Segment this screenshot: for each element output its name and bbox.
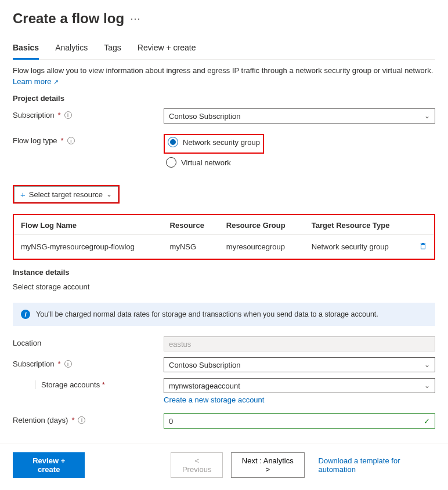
radio-icon	[166, 157, 176, 168]
download-template-link[interactable]: Download a template for automation	[319, 456, 435, 474]
subscription2-select[interactable]: Contoso Subscription ⌄	[164, 357, 435, 372]
select-target-resource-button[interactable]: + Select target resource ⌄	[14, 186, 118, 202]
required-icon: *	[102, 380, 105, 389]
radio-icon	[168, 137, 178, 147]
subscription-select[interactable]: Contoso Subscription ⌄	[164, 108, 435, 124]
radio-vnet-label: Virtual network	[181, 158, 231, 167]
next-button[interactable]: Next : Analytics >	[231, 452, 305, 478]
label-flow-log-type: Flow log type	[13, 136, 57, 145]
external-link-icon: ↗	[53, 78, 59, 85]
retention-input[interactable]: 0 ✓	[164, 413, 435, 429]
select-target-label: Select target resource	[29, 190, 103, 199]
chevron-down-icon: ⌄	[424, 382, 430, 390]
chevron-down-icon: ⌄	[106, 190, 112, 198]
radio-vnet[interactable]: Virtual network	[164, 156, 435, 169]
tab-tags[interactable]: Tags	[104, 43, 121, 59]
cell-group: myresourcegroup	[219, 235, 305, 259]
info-icon[interactable]: i	[67, 137, 75, 144]
col-resource: Resource	[163, 215, 219, 235]
tab-review-create[interactable]: Review + create	[138, 43, 196, 59]
section-project-details: Project details	[13, 94, 435, 103]
location-field: eastus	[164, 336, 435, 351]
table-row: myNSG-myresourcegroup-flowlog myNSG myre…	[14, 235, 434, 259]
footer: Review + create < Previous Next : Analyt…	[0, 444, 448, 486]
review-create-button[interactable]: Review + create	[13, 452, 85, 478]
plus-icon: +	[20, 190, 26, 199]
section-instance-details: Instance details	[13, 268, 435, 277]
chevron-down-icon: ⌄	[424, 361, 430, 369]
page-title: Create a flow log	[13, 10, 124, 27]
cell-type: Network security group	[305, 235, 412, 259]
cell-name: myNSG-myresourcegroup-flowlog	[14, 235, 163, 259]
chevron-down-icon: ⌄	[424, 112, 430, 120]
col-target-type: Target Resource Type	[305, 215, 412, 235]
target-resources-table: Flow Log Name Resource Resource Group Ta…	[14, 215, 434, 259]
tab-analytics[interactable]: Analytics	[55, 43, 88, 59]
label-storage-accounts: Storage accounts	[41, 380, 100, 389]
info-icon[interactable]: i	[78, 416, 85, 424]
label-subscription2: Subscription	[13, 360, 55, 368]
intro-text: Flow logs allow you to view information …	[13, 66, 435, 76]
tab-bar: Basics Analytics Tags Review + create	[13, 43, 435, 60]
storage-account-value: mynwstorageaccount	[169, 382, 240, 390]
col-flow-log-name: Flow Log Name	[14, 215, 163, 235]
svg-rect-0	[421, 245, 425, 249]
required-icon: *	[71, 416, 74, 424]
label-location: Location	[13, 339, 41, 347]
required-icon: *	[58, 360, 61, 368]
storage-account-select[interactable]: mynwstorageaccount ⌄	[164, 378, 435, 393]
radio-nsg[interactable]: Network security group	[165, 136, 262, 148]
required-icon: *	[58, 111, 61, 119]
delete-icon[interactable]	[419, 243, 427, 252]
header: Create a flow log ⋯	[13, 10, 435, 27]
subscription2-value: Contoso Subscription	[169, 361, 241, 369]
label-subscription: Subscription	[13, 111, 55, 119]
info-icon[interactable]: i	[64, 111, 72, 119]
cell-resource: myNSG	[163, 235, 219, 259]
label-select-storage: Select storage account	[13, 282, 435, 291]
info-banner: i You'll be charged normal data rates fo…	[13, 303, 435, 326]
location-value: eastus	[169, 340, 191, 349]
learn-more-label: Learn more	[13, 77, 51, 86]
retention-value: 0	[169, 417, 173, 426]
subscription-value: Contoso Subscription	[169, 112, 241, 121]
more-icon[interactable]: ⋯	[130, 12, 141, 25]
info-icon: i	[21, 310, 30, 319]
learn-more-link[interactable]: Learn more ↗	[13, 77, 59, 86]
col-resource-group: Resource Group	[219, 215, 305, 235]
required-icon: *	[61, 136, 64, 145]
info-icon[interactable]: i	[64, 360, 72, 368]
checkmark-icon: ✓	[424, 417, 430, 426]
info-text: You'll be charged normal data rates for …	[36, 310, 378, 318]
create-storage-link[interactable]: Create a new storage account	[164, 395, 264, 404]
radio-nsg-label: Network security group	[183, 138, 260, 147]
previous-button: < Previous	[171, 452, 223, 478]
tab-basics[interactable]: Basics	[13, 43, 39, 60]
label-retention: Retention (days)	[13, 416, 68, 424]
